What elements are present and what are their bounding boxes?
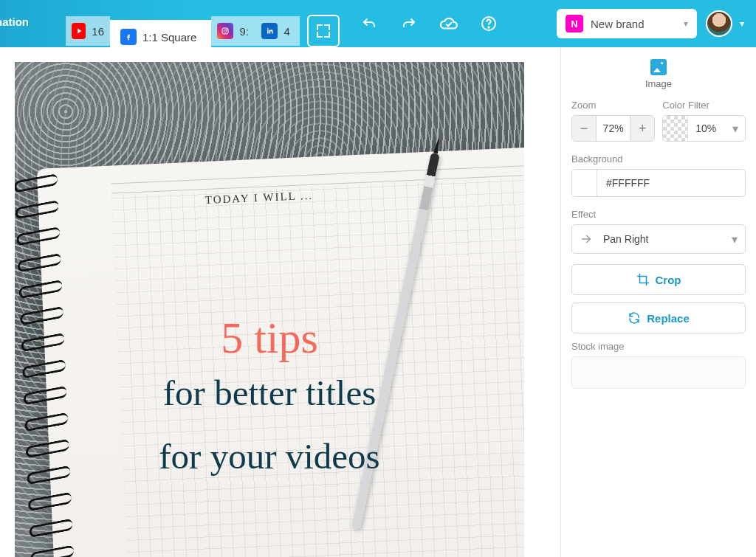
tab-youtube-label: 16 [92,25,104,38]
toolbar-right: N New brand ▾ ▾ [557,9,744,38]
main-area: TODAY I WILL ... 5 tips for better title… [0,47,756,557]
undo-button[interactable] [359,13,379,34]
image-icon [650,59,667,75]
user-menu-caret[interactable]: ▾ [740,18,744,29]
brand-badge: N [566,15,583,32]
background-control[interactable]: #FFFFFF [571,169,746,197]
effect-value: Pan Right [603,233,732,245]
replace-button[interactable]: Replace [571,302,746,333]
chevron-down-icon: ▾ [726,116,745,141]
tab-linkedin[interactable]: 4 [255,16,300,46]
notebook-heading: TODAY I WILL ... [205,190,313,207]
arrow-right-icon [580,232,596,246]
format-tabs: 16 1:1 Square 9: 4 [66,0,340,47]
tab-youtube[interactable]: 16 [66,16,110,46]
canvas-text-line1[interactable]: 5 tips [221,313,318,364]
inspector-panel: Image Zoom − 72% + Color Filter 10% ▾ [561,47,756,557]
top-bar: nation 16 1:1 Square 9: 4 [0,0,756,47]
help-button[interactable] [478,13,499,34]
chevron-down-icon: ▾ [684,18,688,29]
aspect-ratio-button[interactable] [307,15,340,47]
panel-header: Image [571,59,746,89]
cloud-save-button[interactable] [439,13,459,34]
tab-instagram[interactable]: 9: [211,16,255,46]
zoom-stepper: − 72% + [571,115,655,142]
tab-facebook-label: 1:1 Square [142,31,196,44]
color-filter-label: Color Filter [662,100,746,111]
stock-image-input[interactable] [571,356,746,389]
canvas-text-line2[interactable]: for better titles [48,372,491,414]
background-label: Background [571,153,746,165]
color-filter-control[interactable]: 10% ▾ [662,115,746,142]
panel-title: Image [571,78,746,89]
stock-image-label: Stock image [571,341,746,352]
svg-point-2 [227,29,227,30]
user-avatar[interactable] [706,10,732,37]
facebook-icon [120,29,137,45]
toolbar-center [359,13,499,34]
effect-select[interactable]: Pan Right ▾ [571,224,746,254]
background-swatch [572,170,597,196]
svg-point-1 [224,30,227,32]
crop-button[interactable]: Crop [571,264,746,295]
zoom-in-button[interactable]: + [630,116,654,141]
effect-label: Effect [571,209,746,220]
tab-instagram-label: 9: [239,25,249,38]
canvas-area[interactable]: TODAY I WILL ... 5 tips for better title… [0,47,561,557]
svg-point-4 [489,27,490,28]
tab-linkedin-label: 4 [284,25,289,38]
replace-button-label: Replace [647,312,690,325]
canvas[interactable]: TODAY I WILL ... 5 tips for better title… [15,62,524,557]
redo-button[interactable] [399,13,419,34]
youtube-icon [72,23,86,39]
canvas-text-line3[interactable]: for your videos [48,435,491,477]
canvas-image[interactable]: TODAY I WILL ... 5 tips for better title… [15,62,524,557]
zoom-out-button[interactable]: − [572,116,596,141]
chevron-down-icon: ▾ [732,232,738,246]
color-filter-value: 10% [688,116,726,141]
zoom-value[interactable]: 72% [596,116,630,141]
brand-select[interactable]: N New brand ▾ [557,9,697,38]
aspect-icon [317,24,330,38]
instagram-icon [217,23,233,39]
linkedin-icon [261,23,278,39]
crop-button-label: Crop [656,274,681,286]
background-value: #FFFFFF [597,170,745,196]
brand-name: New brand [591,18,676,30]
nav-fragment: nation [0,15,29,28]
transparent-swatch-icon [663,116,688,141]
zoom-label: Zoom [571,100,655,111]
